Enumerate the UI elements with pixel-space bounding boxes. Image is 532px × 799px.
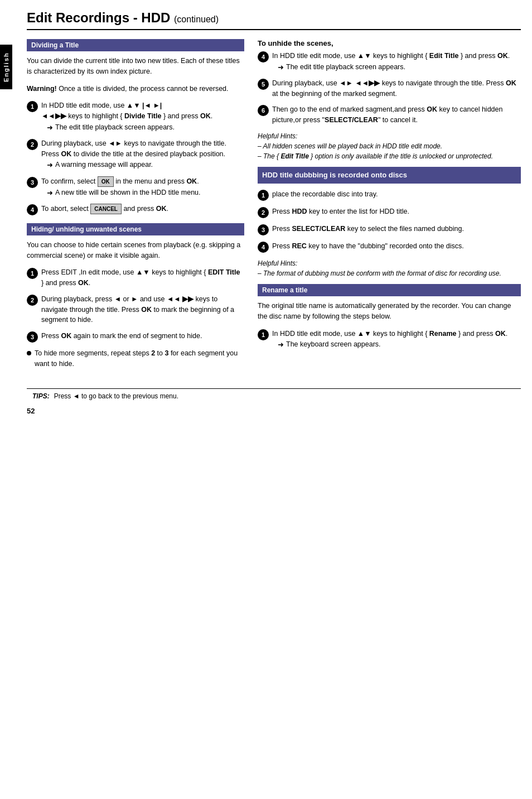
hiding-section: Hiding/ unhiding unwanted scenes You can… [27, 223, 244, 369]
step-dub-4: 4 Press REC key to have the "dubbing" re… [258, 241, 521, 253]
right-column: To unhide the scenes, 4 In HDD title edi… [258, 39, 521, 377]
hint-item-1b: – The { Edit Title } option is only avai… [258, 151, 521, 161]
helpful-hints-2: Helpful Hints: – The format of dubbing m… [258, 258, 521, 278]
hdd-dubbing-header: HDD title dubbbing is recorded onto disc… [258, 167, 521, 184]
rename-header: Rename a title [258, 284, 521, 296]
step-divide-2: 2 During playback, use ◄► keys to naviga… [27, 138, 244, 171]
step-dub-content-4: Press REC key to have the "dubbing" reco… [272, 241, 521, 252]
step-dub-2: 2 Press HDD key to enter the list for HD… [258, 206, 521, 218]
step-num-1: 1 [27, 101, 38, 112]
unhide-subheader: To unhide the scenes, [258, 39, 521, 47]
step-hide-num-3: 3 [27, 331, 38, 343]
hiding-intro: You can choose to hide certain scenes fr… [27, 240, 244, 261]
step-hide-content-3: Press OK again to mark the end of segmen… [41, 331, 244, 341]
two-column-layout: Dividing a Title You can divide the curr… [27, 39, 521, 377]
step-dub-content-3: Press SELECT/CLEAR key to select the fil… [272, 224, 521, 234]
side-label: English [3, 52, 9, 82]
step-divide-1: 1 In HDD title edit mode, use ▲▼ |◄ ►| ◄… [27, 100, 244, 133]
hiding-header: Hiding/ unhiding unwanted scenes [27, 223, 244, 235]
step-num-3: 3 [27, 177, 38, 188]
step-unhide-num-6: 6 [258, 105, 269, 116]
step-rename-content-1: In HDD title edit mode, use ▲▼ keys to h… [272, 329, 521, 350]
page-title: Edit Recordings - HDD (continued) [27, 10, 521, 30]
bullet-dot [27, 351, 31, 355]
step-dub-num-2: 2 [258, 207, 269, 218]
dividing-title-section: Dividing a Title You can divide the curr… [27, 39, 244, 215]
step-hide-3: 3 Press OK again to mark the end of segm… [27, 331, 244, 343]
step-hide-2: 2 During playback, press ◄ or ► and use … [27, 294, 244, 325]
tips-bar: TIPS: Press ◄ to go back to the previous… [27, 388, 521, 403]
step-content-2: During playback, use ◄► keys to navigate… [41, 138, 244, 171]
left-column: Dividing a Title You can divide the curr… [27, 39, 244, 377]
cancel-button-inline: CANCEL [90, 204, 122, 214]
step-unhide-content-5: During playback, use ◄► ◄◄▶▶ keys to nav… [272, 78, 521, 99]
step-rename-num-1: 1 [258, 329, 269, 340]
hint-item-1a: – All hidden scenes will be played back … [258, 141, 521, 151]
step-3-sub: ➜ A new title will be shown in the HDD t… [47, 188, 244, 198]
step-2-sub: ➜ A warning message will appear. [47, 160, 244, 170]
hint-title-2: Helpful Hints: [258, 258, 521, 268]
step-hide-1: 1 Press EDIT ,In edit mode, use ▲▼ keys … [27, 267, 244, 288]
main-content: Edit Recordings - HDD (continued) Dividi… [16, 0, 532, 426]
step-dub-num-1: 1 [258, 190, 269, 201]
arrow-icon-2: ➜ [47, 160, 53, 170]
step-hide-num-1: 1 [27, 268, 38, 279]
step-divide-4: 4 To abort, select CANCEL and press OK. [27, 204, 244, 215]
step-1-sub: ➜ The edit title playback screen appears… [47, 123, 244, 133]
dividing-title-warning: Warning! Once a title is divided, the pr… [27, 84, 244, 94]
tips-text: Press ◄ to go back to the previous menu. [54, 392, 178, 400]
step-dub-num-3: 3 [258, 224, 269, 235]
step-unhide-num-5: 5 [258, 79, 269, 90]
step-hide-content-1: Press EDIT ,In edit mode, use ▲▼ keys to… [41, 267, 244, 288]
step-unhide-content-6: Then go to the end of marked sagment,and… [272, 104, 521, 126]
arrow-icon-3: ➜ [47, 188, 53, 198]
step-unhide-4-sub: ➜ The edit title playback screen appears… [278, 62, 521, 73]
step-rename-1-sub: ➜ The keyboard screen appears. [278, 340, 521, 350]
arrow-icon-u4: ➜ [278, 62, 284, 73]
step-divide-3: 3 To confirm, select OK in the menu and … [27, 176, 244, 198]
ok-button-inline: OK [98, 176, 114, 187]
hiding-bullet: To hide more segments, repeat steps 2 to… [27, 348, 244, 369]
step-unhide-4: 4 In HDD title edit mode, use ▲▼ keys to… [258, 51, 521, 73]
page-title-text: Edit Recordings - HDD [27, 10, 170, 25]
step-hide-content-2: During playback, press ◄ or ► and use ◄◄… [41, 294, 244, 325]
step-dub-num-4: 4 [258, 242, 269, 253]
side-tab-english: English [0, 45, 12, 89]
step-unhide-content-4: In HDD title edit mode, use ▲▼ keys to h… [272, 51, 521, 73]
dividing-title-header: Dividing a Title [27, 39, 244, 51]
hint-title-1: Helpful Hints: [258, 131, 521, 141]
page-number: 52 [27, 407, 521, 415]
tips-label: TIPS: [32, 392, 50, 400]
arrow-icon: ➜ [47, 123, 53, 133]
helpful-hints-1: Helpful Hints: – All hidden scenes will … [258, 131, 521, 161]
rename-section: Rename a title The original title name i… [258, 284, 521, 350]
hiding-bullet-text: To hide more segments, repeat steps 2 to… [35, 348, 244, 369]
step-unhide-num-4: 4 [258, 51, 269, 62]
dividing-title-intro: You can divide the current title into tw… [27, 56, 244, 77]
arrow-icon-r1: ➜ [278, 340, 284, 350]
hint-item-2a: – The format of dubbing must be conform … [258, 268, 521, 278]
step-content-1: In HDD title edit mode, use ▲▼ |◄ ►| ◄◄▶… [41, 100, 244, 133]
step-content-3: To confirm, select OK in the menu and pr… [41, 176, 244, 198]
page-wrapper: English Edit Recordings - HDD (continued… [0, 0, 532, 799]
step-num-4: 4 [27, 204, 38, 215]
step-content-4: To abort, select CANCEL and press OK. [41, 204, 244, 214]
step-hide-num-2: 2 [27, 295, 38, 306]
step-dub-content-2: Press HDD key to enter the list for HDD … [272, 206, 521, 217]
step-unhide-5: 5 During playback, use ◄► ◄◄▶▶ keys to n… [258, 78, 521, 99]
step-unhide-6: 6 Then go to the end of marked sagment,a… [258, 104, 521, 126]
page-title-continued: (continued) [174, 15, 219, 24]
step-dub-3: 3 Press SELECT/CLEAR key to select the f… [258, 224, 521, 235]
rename-intro: The original title name is automatically… [258, 301, 521, 322]
step-dub-content-1: place the recordable disc into tray. [272, 189, 521, 200]
step-rename-1: 1 In HDD title edit mode, use ▲▼ keys to… [258, 329, 521, 350]
step-num-2: 2 [27, 139, 38, 150]
step-dub-1: 1 place the recordable disc into tray. [258, 189, 521, 201]
